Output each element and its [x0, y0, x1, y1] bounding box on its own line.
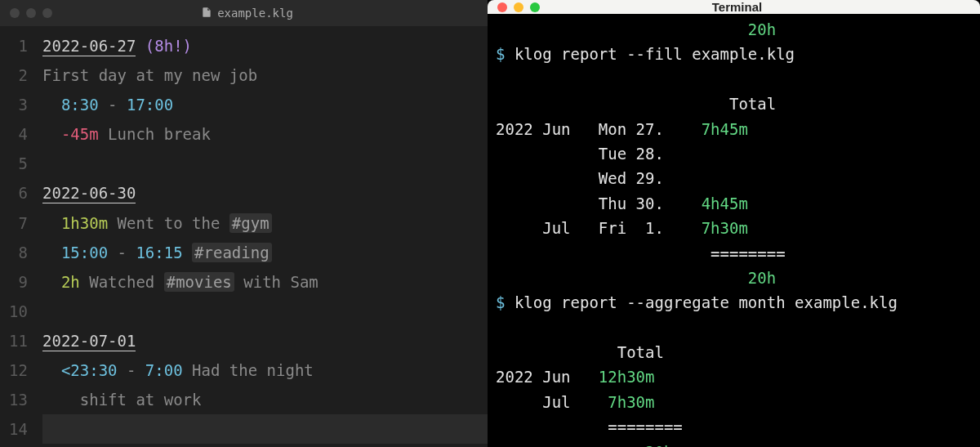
time-token: 8:30: [61, 96, 99, 114]
terminal-traffic-lights[interactable]: [497, 2, 540, 12]
date-token: 2022-06-27: [42, 37, 136, 56]
filename-label: example.klg: [217, 7, 293, 20]
line-number: 1: [0, 31, 28, 60]
maximize-icon[interactable]: [42, 8, 52, 18]
range-dash: -: [108, 244, 136, 261]
range-dash: -: [118, 361, 145, 379]
editor-traffic-lights[interactable]: [10, 8, 52, 18]
duration-token: 2h: [61, 273, 80, 291]
should-total-token: (8h!): [145, 37, 192, 55]
maximize-icon[interactable]: [530, 2, 540, 12]
line-number: 10: [0, 297, 28, 326]
code-line[interactable]: 15:00 - 16:15 #reading: [42, 238, 488, 267]
line-number: 5: [0, 149, 28, 178]
time-token: 7:00: [145, 361, 183, 379]
prompt-char: $: [496, 293, 505, 311]
summary-text: Watched: [80, 273, 164, 291]
code-line[interactable]: [42, 414, 488, 444]
code-line[interactable]: 2h Watched #movies with Sam: [42, 267, 488, 297]
terminal-title: Terminal: [553, 0, 921, 14]
time-token: 17:00: [127, 96, 173, 114]
close-icon[interactable]: [497, 2, 507, 12]
range-dash: -: [99, 96, 127, 114]
row-total: 7h30m: [702, 219, 748, 237]
prompt-char: $: [496, 45, 505, 63]
time-token: 16:15: [136, 244, 182, 261]
line-numbers: 1234567891011121314: [0, 31, 42, 447]
editor-title: example.klg: [65, 7, 429, 20]
code-line[interactable]: shift at work: [42, 385, 488, 414]
minimize-icon[interactable]: [26, 8, 36, 18]
summary-text: Had the night: [183, 361, 314, 379]
code-line[interactable]: [42, 149, 488, 178]
row-total: 4h45m: [702, 194, 748, 212]
terminal-window: Terminal 20h $ klog report --fill exampl…: [488, 0, 980, 447]
code-line[interactable]: -45m Lunch break: [42, 119, 488, 149]
summary-text: with Sam: [234, 273, 318, 291]
file-icon: [201, 7, 212, 20]
total-sum: 20h: [645, 443, 673, 447]
line-number: 11: [0, 326, 28, 355]
code-line[interactable]: 8:30 - 17:00: [42, 90, 488, 119]
code-line[interactable]: 2022-06-27 (8h!): [42, 31, 488, 60]
duration-token: 1h30m: [61, 214, 108, 232]
code-line[interactable]: 2022-07-01: [42, 326, 488, 355]
time-token: <23:30: [61, 361, 118, 379]
line-number: 3: [0, 90, 28, 119]
summary-text: shift at work: [80, 391, 202, 409]
minimize-icon[interactable]: [514, 2, 523, 12]
close-icon[interactable]: [10, 8, 20, 18]
line-number: 4: [0, 119, 28, 149]
line-number: 13: [0, 385, 28, 414]
terminal-content[interactable]: 20h $ klog report --fill example.klg Tot…: [488, 14, 980, 447]
row-total: 7h30m: [599, 393, 655, 411]
summary-text: Lunch break: [99, 125, 211, 143]
code-line[interactable]: [42, 297, 488, 326]
line-number: 14: [0, 414, 28, 444]
editor-window: example.klg 1234567891011121314 2022-06-…: [0, 0, 488, 447]
code-line[interactable]: 1h30m Went to the #gym: [42, 208, 488, 238]
editor-body[interactable]: 1234567891011121314 2022-06-27 (8h!)Firs…: [0, 26, 488, 447]
code-line[interactable]: 2022-06-30: [42, 178, 488, 208]
summary-text: Went to the: [108, 214, 229, 232]
line-number: 8: [0, 238, 28, 267]
row-total: 7h45m: [702, 120, 748, 138]
negative-duration-token: -45m: [61, 125, 99, 143]
total-sum: 20h: [748, 269, 776, 287]
summary-text: First day at my new job: [42, 66, 257, 84]
terminal-titlebar[interactable]: Terminal: [488, 0, 980, 14]
hashtag-token: #movies: [164, 272, 234, 292]
code-line[interactable]: First day at my new job: [42, 60, 488, 90]
total-sum: 20h: [748, 20, 776, 38]
hashtag-token: #reading: [192, 243, 272, 262]
line-number: 9: [0, 267, 28, 297]
date-token: 2022-06-30: [42, 184, 136, 203]
code-line[interactable]: <23:30 - 7:00 Had the night: [42, 355, 488, 385]
line-number: 2: [0, 60, 28, 90]
editor-titlebar[interactable]: example.klg: [0, 0, 488, 26]
row-total: 12h30m: [599, 368, 655, 386]
time-token: 15:00: [61, 244, 108, 261]
hashtag-token: #gym: [229, 213, 272, 233]
line-number: 12: [0, 355, 28, 385]
line-number: 7: [0, 208, 28, 238]
editor-content[interactable]: 2022-06-27 (8h!)First day at my new job …: [42, 31, 488, 447]
date-token: 2022-07-01: [42, 332, 136, 351]
line-number: 6: [0, 178, 28, 208]
